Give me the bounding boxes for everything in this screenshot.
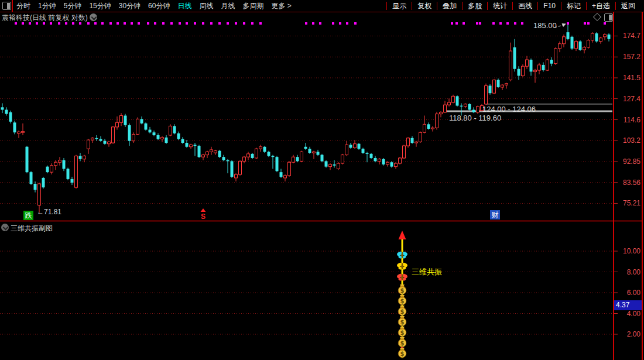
price-axis-label: 141.5 [614,74,640,82]
money-bag-icon: $ [398,295,406,305]
svg-text:$: $ [400,319,405,325]
high-price-annotation: 185.00 [533,21,557,30]
price-axis-label: 114.6 [614,116,640,124]
candlestick-chart[interactable]: S$$$$$$$ [0,0,644,360]
axis-border-right [642,12,643,360]
s-marker: S [201,212,205,221]
svg-text:$: $ [400,330,405,336]
down-badge: 跌 [23,211,33,220]
price-axis-label: 127.4 [614,95,640,103]
cai-badge: 财 [490,210,500,220]
money-bag-icon: $ [398,284,406,294]
svg-text:$: $ [400,298,405,304]
svg-text:$: $ [400,340,405,347]
indicator-axis-label: 10.00 [614,247,640,255]
signal-label: 三维共振 [412,267,442,277]
money-bag-icon: $ [398,306,406,316]
trading-app: 分时1分钟5分钟15分钟30分钟60分钟日线周线月线多周期更多 > 显示复权叠加… [0,0,644,360]
svg-text:$: $ [400,287,405,294]
indicator-axis-label: 6.00 [614,289,640,297]
price-axis-label: 75.21 [614,199,640,207]
sub-chart-title: 三维共振副图 [11,224,53,234]
indicator-axis-label: 2.00 [614,330,640,338]
zone1-label: 124.00 - 124.06 [482,105,536,114]
current-value-badge: 4.37 [614,300,642,310]
chevron-down-icon[interactable] [90,13,97,21]
price-axis-label: 157.2 [614,53,640,61]
money-bag-icon: $ [398,348,406,358]
svg-text:$: $ [400,351,405,357]
price-axis-label: 83.56 [614,179,640,187]
money-bag-icon: $ [398,337,406,347]
price-axis-label: 92.85 [614,157,640,166]
chart-title: 震裕科技(日线 前复权 对数) [2,13,88,23]
money-bag-icon: $ [398,316,406,326]
svg-text:$: $ [400,308,405,315]
split-view-icon[interactable] [604,13,613,22]
low-price-annotation: ←71.81 [37,208,61,216]
indicator-axis-label: 8.00 [614,268,640,276]
up-arrow-icon [399,231,406,239]
price-axis-label: 103.2 [614,136,640,145]
sub-chevron-down-icon[interactable] [1,224,9,231]
price-axis-label: 174.7 [614,32,640,40]
indicator-axis-label: 4.00 [614,310,640,318]
zone2-label: 118.80 - 119.60 [449,114,501,122]
money-bag-icon: $ [398,327,406,337]
